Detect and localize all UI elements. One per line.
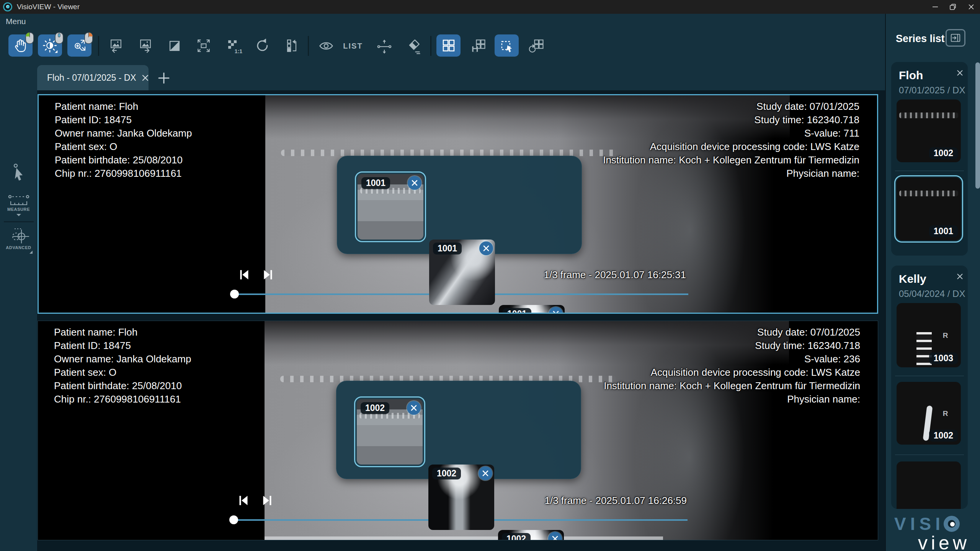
window-controls [926, 0, 980, 14]
list-view-label: LIST [343, 42, 363, 51]
invert-image-button[interactable] [165, 37, 184, 55]
physician-name: Physician name: [604, 393, 860, 406]
measure-move-button[interactable] [375, 37, 394, 55]
next-frame-button[interactable] [261, 268, 275, 281]
measure-ruler-icon [8, 194, 30, 206]
tab-floh[interactable]: Floh - 07/01/2025 - DX [37, 65, 149, 90]
toolbar-separator [308, 36, 309, 56]
minimize-icon [932, 4, 938, 10]
thumbnail-close-button[interactable] [408, 176, 421, 190]
popup-thumbnail[interactable]: 1001 [358, 174, 423, 240]
previous-image-icon [108, 37, 124, 54]
pointer-tool-button[interactable] [0, 163, 37, 183]
window-title: VisioVIEW - Viewer [17, 3, 80, 11]
series-group-name: Floh [899, 69, 923, 82]
toggle-overlays-button[interactable] [317, 37, 335, 55]
corner-expand-icon [29, 251, 33, 254]
tab-close-icon[interactable] [142, 74, 149, 82]
series-group-subtitle: 07/01/2025 / DX [899, 85, 965, 96]
popup-thumbnail[interactable]: 1002 [357, 399, 423, 465]
series-group-close-icon[interactable] [957, 70, 963, 76]
window-level-tool-button[interactable] [38, 34, 62, 57]
list-view-button[interactable]: LIST [344, 37, 362, 55]
series-list-scrollbar[interactable] [975, 62, 980, 189]
popup-thumbnail[interactable]: 1002 [428, 465, 494, 530]
study-time: Study time: 162340.718 [604, 339, 860, 352]
series-group-close-icon[interactable] [957, 273, 963, 280]
study-info-overlay: Study date: 07/01/2025 Study time: 16234… [604, 326, 860, 406]
viewport-2[interactable]: Patient name: Floh Patient ID: 18475 Own… [38, 321, 878, 540]
thumbnail-close-button[interactable] [549, 307, 563, 314]
frame-slider-thumb[interactable] [230, 290, 239, 298]
processing-code: Acquisition device processing code: LWS … [604, 366, 860, 379]
frame-slider-thumb[interactable] [229, 515, 238, 524]
zoom-fit-tool-button[interactable] [67, 34, 91, 57]
series-thumbnail[interactable]: R 1003 [897, 303, 961, 367]
measure-label: MEASURE [7, 207, 30, 212]
study-time: Study time: 162340.718 [603, 113, 859, 127]
layout-grid-2x2-button[interactable] [436, 34, 461, 57]
series-thumbnail[interactable] [897, 461, 961, 509]
thumbnail-badge: 1002 [502, 533, 531, 540]
toolbar-separator [430, 36, 431, 56]
popup-thumbnail[interactable]: 1001 [429, 240, 495, 305]
collapse-panel-button[interactable] [946, 29, 965, 47]
main-toolbar: 1:1 LIST [0, 34, 980, 58]
patient-birthdate: Patient birthdate: 25/08/2010 [55, 153, 192, 167]
close-button[interactable] [962, 0, 980, 14]
patient-birthdate: Patient birthdate: 25/08/2010 [54, 379, 191, 393]
fit-to-window-button[interactable] [194, 37, 213, 55]
popup-thumbnail[interactable]: 1002 [498, 530, 564, 540]
menu-button[interactable]: Menu [6, 17, 26, 26]
s-value: S-value: 236 [604, 352, 860, 366]
viewport-1[interactable]: Patient name: Floh Patient ID: 18475 Own… [38, 94, 878, 314]
next-image-button[interactable] [136, 37, 155, 55]
actual-pixels-button[interactable]: 1:1 [224, 37, 242, 55]
series-thumbnail[interactable]: 1001 [897, 178, 961, 240]
rotate-button[interactable] [253, 37, 271, 55]
one-to-one-label: 1:1 [235, 48, 242, 54]
thumbnail-badge: 1003 [929, 352, 958, 364]
thumbnail-close-button[interactable] [479, 241, 493, 255]
previous-image-button[interactable] [107, 37, 125, 55]
series-list-panel: Series list Floh 07/01/2025 / DX 1002 10… [885, 14, 980, 551]
layout-save-button[interactable] [469, 37, 488, 55]
series-thumbnail[interactable]: 1002 [897, 99, 961, 162]
eye-logo-icon [944, 516, 960, 532]
left-sidebar-divider [4, 221, 34, 222]
eraser-button[interactable] [404, 37, 423, 55]
chip-number: Chip nr.: 2760998106911161 [55, 167, 192, 180]
thumbnail-close-button[interactable] [407, 401, 421, 415]
series-reorder-button[interactable] [283, 37, 301, 55]
advanced-tool-button[interactable]: ADVANCED [0, 227, 37, 254]
thumbnail-badge: 1002 [432, 468, 461, 479]
chevron-down-icon [16, 214, 21, 217]
popup-thumbnail[interactable]: 1001 [499, 305, 565, 314]
layout-reset-button[interactable] [528, 37, 546, 55]
select-pointer-icon [11, 163, 26, 183]
eraser-icon [405, 37, 422, 54]
previous-frame-button[interactable] [236, 494, 251, 507]
minimize-button[interactable] [926, 0, 944, 14]
thumbnail-close-button[interactable] [548, 532, 562, 540]
frame-info-label: 1/3 frame - 2025.01.07 16:25:31 [544, 268, 686, 282]
restore-button[interactable] [944, 0, 962, 14]
thumbnail-close-button[interactable] [479, 466, 492, 480]
series-group-name: Kelly [899, 272, 926, 285]
measure-tool-button[interactable]: MEASURE [0, 194, 37, 217]
pan-hand-tool-button[interactable] [8, 34, 33, 57]
new-tab-button[interactable] [156, 70, 172, 86]
restore-icon [950, 4, 956, 10]
tab-label: Floh - 07/01/2025 - DX [47, 73, 136, 83]
series-thumbnail[interactable]: R 1002 [897, 382, 961, 445]
series-popup: 1001 1001 1001 [337, 156, 582, 254]
title-bar: VisioVIEW - Viewer [0, 0, 980, 14]
study-info-overlay: Study date: 07/01/2025 Study time: 16234… [603, 100, 859, 180]
owner-name: Owner name: Janka Oldekamp [54, 352, 191, 366]
next-frame-button[interactable] [260, 494, 274, 507]
layout-region-select-button[interactable] [495, 34, 519, 57]
visioview-app: VisioVIEW - Viewer Menu [0, 0, 980, 551]
previous-frame-button[interactable] [237, 268, 252, 281]
institution-name: Institution name: Koch + Kollegen Zentru… [603, 153, 859, 167]
thumbnail-badge: 1001 [433, 243, 462, 254]
